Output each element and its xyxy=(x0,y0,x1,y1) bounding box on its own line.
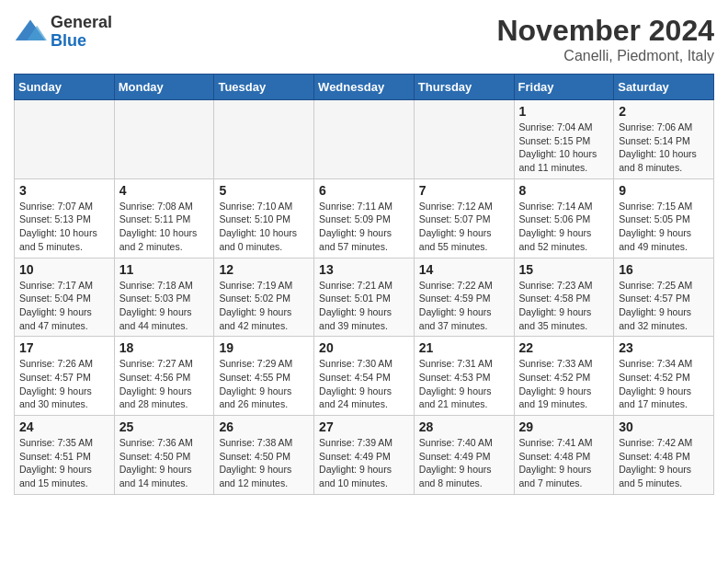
day-info: Sunrise: 7:12 AM Sunset: 5:07 PM Dayligh… xyxy=(419,200,509,254)
logo: General Blue xyxy=(14,14,112,51)
calendar-cell: 17Sunrise: 7:26 AM Sunset: 4:57 PM Dayli… xyxy=(15,337,115,416)
day-info: Sunrise: 7:31 AM Sunset: 4:53 PM Dayligh… xyxy=(419,357,509,411)
calendar-cell xyxy=(214,100,314,179)
day-info: Sunrise: 7:34 AM Sunset: 4:52 PM Dayligh… xyxy=(619,357,709,411)
day-info: Sunrise: 7:27 AM Sunset: 4:56 PM Dayligh… xyxy=(119,357,210,411)
calendar-cell: 15Sunrise: 7:23 AM Sunset: 4:58 PM Dayli… xyxy=(514,258,614,337)
calendar-cell: 20Sunrise: 7:30 AM Sunset: 4:54 PM Dayli… xyxy=(314,337,415,416)
day-number: 25 xyxy=(119,419,210,434)
calendar-cell xyxy=(114,100,214,179)
calendar-cell: 14Sunrise: 7:22 AM Sunset: 4:59 PM Dayli… xyxy=(414,258,514,337)
calendar-cell: 9Sunrise: 7:15 AM Sunset: 5:05 PM Daylig… xyxy=(614,178,714,258)
calendar-cell xyxy=(414,100,514,179)
day-info: Sunrise: 7:36 AM Sunset: 4:50 PM Dayligh… xyxy=(119,436,210,490)
day-number: 20 xyxy=(319,340,409,355)
day-info: Sunrise: 7:15 AM Sunset: 5:05 PM Dayligh… xyxy=(619,200,709,254)
logo-text: General Blue xyxy=(51,14,112,51)
day-number: 16 xyxy=(619,262,709,277)
day-number: 7 xyxy=(419,183,509,198)
calendar-cell: 8Sunrise: 7:14 AM Sunset: 5:06 PM Daylig… xyxy=(514,178,614,258)
day-number: 27 xyxy=(319,419,409,434)
weekday-header-saturday: Saturday xyxy=(614,75,714,100)
day-number: 3 xyxy=(19,183,109,198)
day-number: 2 xyxy=(619,104,709,119)
calendar-header: SundayMondayTuesdayWednesdayThursdayFrid… xyxy=(15,75,714,100)
day-info: Sunrise: 7:23 AM Sunset: 4:58 PM Dayligh… xyxy=(519,279,609,333)
calendar-cell: 23Sunrise: 7:34 AM Sunset: 4:52 PM Dayli… xyxy=(614,337,714,416)
day-number: 4 xyxy=(119,183,210,198)
day-number: 1 xyxy=(519,104,609,119)
day-number: 28 xyxy=(419,419,509,434)
day-number: 10 xyxy=(19,262,109,277)
day-number: 9 xyxy=(619,183,709,198)
page-header: General Blue November 2024 Canelli, Pied… xyxy=(14,14,714,64)
week-row-1: 1Sunrise: 7:04 AM Sunset: 5:15 PM Daylig… xyxy=(15,100,714,179)
calendar-cell xyxy=(314,100,415,179)
day-number: 29 xyxy=(519,419,609,434)
day-info: Sunrise: 7:18 AM Sunset: 5:03 PM Dayligh… xyxy=(119,279,210,333)
day-number: 18 xyxy=(119,340,210,355)
day-number: 13 xyxy=(319,262,409,277)
day-number: 8 xyxy=(519,183,609,198)
day-number: 17 xyxy=(19,340,109,355)
week-row-2: 3Sunrise: 7:07 AM Sunset: 5:13 PM Daylig… xyxy=(15,178,714,258)
calendar-cell: 25Sunrise: 7:36 AM Sunset: 4:50 PM Dayli… xyxy=(114,416,214,495)
day-number: 11 xyxy=(119,262,210,277)
day-info: Sunrise: 7:35 AM Sunset: 4:51 PM Dayligh… xyxy=(19,436,109,490)
day-info: Sunrise: 7:39 AM Sunset: 4:49 PM Dayligh… xyxy=(319,436,409,490)
day-info: Sunrise: 7:42 AM Sunset: 4:48 PM Dayligh… xyxy=(619,436,709,490)
day-number: 19 xyxy=(219,340,309,355)
day-number: 30 xyxy=(619,419,709,434)
day-info: Sunrise: 7:26 AM Sunset: 4:57 PM Dayligh… xyxy=(19,357,109,411)
day-info: Sunrise: 7:29 AM Sunset: 4:55 PM Dayligh… xyxy=(219,357,309,411)
day-number: 14 xyxy=(419,262,509,277)
week-row-5: 24Sunrise: 7:35 AM Sunset: 4:51 PM Dayli… xyxy=(15,416,714,495)
weekday-header-tuesday: Tuesday xyxy=(214,75,314,100)
day-number: 22 xyxy=(519,340,609,355)
calendar-cell: 10Sunrise: 7:17 AM Sunset: 5:04 PM Dayli… xyxy=(15,258,115,337)
calendar-cell: 26Sunrise: 7:38 AM Sunset: 4:50 PM Dayli… xyxy=(214,416,314,495)
day-info: Sunrise: 7:17 AM Sunset: 5:04 PM Dayligh… xyxy=(19,279,109,333)
day-number: 24 xyxy=(19,419,109,434)
weekday-header-wednesday: Wednesday xyxy=(314,75,415,100)
weekday-header-row: SundayMondayTuesdayWednesdayThursdayFrid… xyxy=(15,75,714,100)
day-info: Sunrise: 7:30 AM Sunset: 4:54 PM Dayligh… xyxy=(319,357,409,411)
day-number: 21 xyxy=(419,340,509,355)
calendar-cell: 1Sunrise: 7:04 AM Sunset: 5:15 PM Daylig… xyxy=(514,100,614,179)
logo-icon xyxy=(14,16,47,49)
day-info: Sunrise: 7:19 AM Sunset: 5:02 PM Dayligh… xyxy=(219,279,309,333)
calendar-cell: 18Sunrise: 7:27 AM Sunset: 4:56 PM Dayli… xyxy=(114,337,214,416)
day-info: Sunrise: 7:22 AM Sunset: 4:59 PM Dayligh… xyxy=(419,279,509,333)
calendar-cell: 13Sunrise: 7:21 AM Sunset: 5:01 PM Dayli… xyxy=(314,258,415,337)
calendar-cell: 16Sunrise: 7:25 AM Sunset: 4:57 PM Dayli… xyxy=(614,258,714,337)
day-info: Sunrise: 7:14 AM Sunset: 5:06 PM Dayligh… xyxy=(519,200,609,254)
weekday-header-sunday: Sunday xyxy=(15,75,115,100)
week-row-4: 17Sunrise: 7:26 AM Sunset: 4:57 PM Dayli… xyxy=(15,337,714,416)
weekday-header-thursday: Thursday xyxy=(414,75,514,100)
calendar-cell: 6Sunrise: 7:11 AM Sunset: 5:09 PM Daylig… xyxy=(314,178,415,258)
day-info: Sunrise: 7:04 AM Sunset: 5:15 PM Dayligh… xyxy=(519,121,609,175)
calendar-cell: 19Sunrise: 7:29 AM Sunset: 4:55 PM Dayli… xyxy=(214,337,314,416)
day-number: 26 xyxy=(219,419,309,434)
calendar-cell: 21Sunrise: 7:31 AM Sunset: 4:53 PM Dayli… xyxy=(414,337,514,416)
month-title: November 2024 xyxy=(496,14,714,48)
calendar-cell: 2Sunrise: 7:06 AM Sunset: 5:14 PM Daylig… xyxy=(614,100,714,179)
calendar-cell: 11Sunrise: 7:18 AM Sunset: 5:03 PM Dayli… xyxy=(114,258,214,337)
day-number: 5 xyxy=(219,183,309,198)
calendar-cell: 28Sunrise: 7:40 AM Sunset: 4:49 PM Dayli… xyxy=(414,416,514,495)
calendar-cell: 12Sunrise: 7:19 AM Sunset: 5:02 PM Dayli… xyxy=(214,258,314,337)
day-info: Sunrise: 7:38 AM Sunset: 4:50 PM Dayligh… xyxy=(219,436,309,490)
day-info: Sunrise: 7:07 AM Sunset: 5:13 PM Dayligh… xyxy=(19,200,109,254)
day-info: Sunrise: 7:08 AM Sunset: 5:11 PM Dayligh… xyxy=(119,200,210,254)
calendar-cell: 24Sunrise: 7:35 AM Sunset: 4:51 PM Dayli… xyxy=(15,416,115,495)
day-info: Sunrise: 7:10 AM Sunset: 5:10 PM Dayligh… xyxy=(219,200,309,254)
day-info: Sunrise: 7:40 AM Sunset: 4:49 PM Dayligh… xyxy=(419,436,509,490)
calendar-cell: 30Sunrise: 7:42 AM Sunset: 4:48 PM Dayli… xyxy=(614,416,714,495)
day-info: Sunrise: 7:25 AM Sunset: 4:57 PM Dayligh… xyxy=(619,279,709,333)
calendar-cell: 29Sunrise: 7:41 AM Sunset: 4:48 PM Dayli… xyxy=(514,416,614,495)
day-info: Sunrise: 7:33 AM Sunset: 4:52 PM Dayligh… xyxy=(519,357,609,411)
location: Canelli, Piedmont, Italy xyxy=(496,48,714,64)
weekday-header-friday: Friday xyxy=(514,75,614,100)
week-row-3: 10Sunrise: 7:17 AM Sunset: 5:04 PM Dayli… xyxy=(15,258,714,337)
day-info: Sunrise: 7:41 AM Sunset: 4:48 PM Dayligh… xyxy=(519,436,609,490)
